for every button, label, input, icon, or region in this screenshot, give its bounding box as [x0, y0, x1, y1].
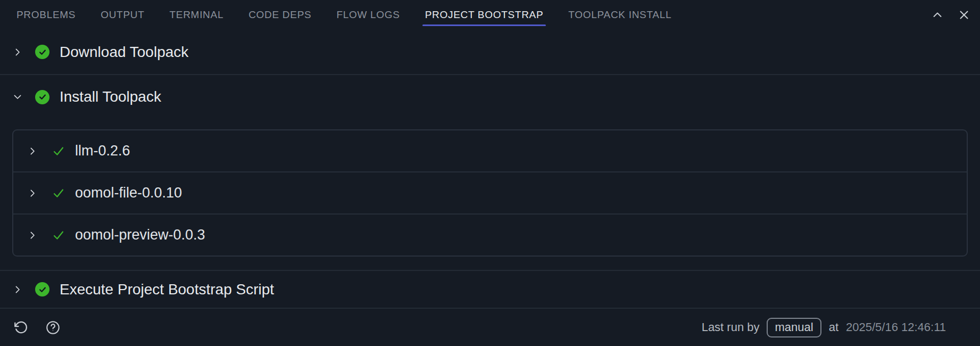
last-run-timestamp: 2025/5/16 12:46:11 [846, 320, 946, 334]
status-bar-actions [14, 320, 60, 335]
substep-label: llm-0.2.6 [75, 143, 130, 159]
step-install-toolpack[interactable]: Install Toolpack [0, 75, 980, 119]
tab-output[interactable]: OUTPUT [101, 9, 144, 21]
help-button[interactable] [46, 320, 60, 335]
close-icon [958, 9, 970, 21]
substep-oomol-preview[interactable]: oomol-preview-0.0.3 [13, 213, 967, 256]
tab-project-bootstrap[interactable]: PROJECT BOOTSTRAP [425, 9, 544, 21]
chevron-right-icon [13, 285, 22, 294]
chevron-down-icon [13, 92, 22, 102]
tab-code-deps[interactable]: CODE DEPS [248, 9, 311, 21]
tab-toolpack-install[interactable]: TOOLPACK INSTALL [568, 9, 671, 21]
substep-oomol-file[interactable]: oomol-file-0.0.10 [13, 171, 967, 213]
tab-problems[interactable]: PROBLEMS [16, 9, 76, 21]
rerun-button[interactable] [14, 320, 28, 335]
panel-window-controls [931, 9, 970, 21]
success-check-circle-icon [35, 90, 49, 104]
step-label: Download Toolpack [60, 44, 188, 61]
close-panel-button[interactable] [958, 9, 970, 21]
success-check-circle-icon [35, 45, 49, 59]
chevron-right-icon [28, 146, 37, 156]
rerun-icon [14, 320, 28, 335]
tab-flow-logs[interactable]: FLOW LOGS [336, 9, 400, 21]
panel-tab-bar: PROBLEMS OUTPUT TERMINAL CODE DEPS FLOW … [0, 0, 980, 30]
success-check-icon [52, 145, 65, 158]
step-label: Execute Project Bootstrap Script [60, 281, 274, 298]
success-check-icon [52, 229, 65, 242]
substep-label: oomol-preview-0.0.3 [75, 227, 205, 243]
help-icon [46, 320, 60, 335]
tab-terminal[interactable]: TERMINAL [170, 9, 224, 21]
collapse-panel-button[interactable] [931, 9, 944, 21]
success-check-circle-icon [35, 282, 49, 296]
last-run-label: Last run by [702, 320, 760, 334]
substep-label: oomol-file-0.0.10 [75, 185, 182, 201]
chevron-right-icon [28, 230, 37, 240]
step-execute-project-bootstrap-script[interactable]: Execute Project Bootstrap Script [0, 271, 980, 308]
success-check-icon [52, 187, 65, 200]
chevron-right-icon [28, 188, 37, 198]
substep-llm[interactable]: llm-0.2.6 [13, 130, 967, 171]
last-run-info: Last run by manual at 2025/5/16 12:46:11 [702, 318, 946, 337]
install-toolpack-substeps-panel: llm-0.2.6 oomol-file-0.0.10 oomol-previe… [12, 129, 968, 257]
at-label: at [829, 320, 838, 334]
chevron-up-icon [931, 9, 944, 21]
project-bootstrap-panel: PROBLEMS OUTPUT TERMINAL CODE DEPS FLOW … [0, 0, 980, 346]
step-label: Install Toolpack [60, 88, 161, 105]
chevron-right-icon [13, 47, 22, 57]
tab-list: PROBLEMS OUTPUT TERMINAL CODE DEPS FLOW … [16, 9, 931, 21]
run-trigger-badge: manual [767, 318, 821, 337]
status-bar: Last run by manual at 2025/5/16 12:46:11 [0, 309, 980, 346]
step-download-toolpack[interactable]: Download Toolpack [0, 30, 980, 74]
